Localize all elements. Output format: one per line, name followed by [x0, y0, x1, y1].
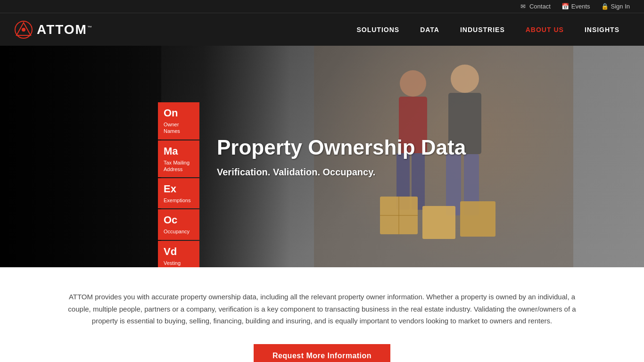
hero-content: Property Ownership Data Verification. Va… — [217, 136, 466, 178]
hero-subtitle: Verification. Validation. Occupancy. — [217, 167, 466, 178]
logo[interactable]: ATTOM™ — [14, 20, 93, 39]
lock-icon: 🔒 — [602, 3, 608, 10]
contact-link[interactable]: ✉ Contact — [520, 3, 551, 10]
nav-insights[interactable]: INSIGHTS — [574, 13, 630, 46]
contact-label: Contact — [529, 3, 551, 10]
card-abbr-ex: Ex — [164, 183, 194, 195]
body-section: ATTOM provides you with accurate propert… — [0, 267, 644, 362]
events-label: Events — [571, 3, 590, 10]
nav-about-us[interactable]: ABOUT US — [515, 13, 574, 46]
svg-rect-13 — [422, 206, 455, 239]
nav-links: SOLUTIONS DATA INDUSTRIES ABOUT US INSIG… — [346, 13, 630, 46]
card-abbr-on: On — [164, 107, 194, 119]
logo-text: ATTOM™ — [37, 22, 93, 37]
card-label-oc: Occupancy — [164, 228, 194, 235]
nav-data[interactable]: DATA — [410, 13, 450, 46]
signin-label: Sign In — [611, 3, 630, 10]
card-abbr-oc: Oc — [164, 214, 194, 226]
hero-section: On Owner Names Ma Tax Mailing Address Ex… — [0, 46, 644, 267]
svg-point-8 — [451, 65, 479, 93]
svg-point-4 — [400, 70, 426, 97]
logo-icon — [14, 20, 33, 39]
card-label-vd: Vesting Details — [164, 260, 194, 267]
body-paragraph: ATTOM provides you with accurate propert… — [63, 291, 581, 327]
signin-link[interactable]: 🔒 Sign In — [602, 3, 630, 10]
sidebar-card-owner-names[interactable]: On Owner Names — [158, 102, 199, 140]
top-bar: ✉ Contact 📅 Events 🔒 Sign In — [0, 0, 644, 13]
sidebar-card-tax-mailing[interactable]: Ma Tax Mailing Address — [158, 140, 199, 178]
card-label-on: Owner Names — [164, 121, 194, 135]
card-label-ma: Tax Mailing Address — [164, 159, 194, 173]
svg-point-2 — [22, 28, 25, 32]
card-abbr-vd: Vd — [164, 246, 194, 258]
card-label-ex: Exemptions — [164, 197, 194, 204]
sidebar-card-vesting[interactable]: Vd Vesting Details — [158, 241, 199, 267]
sidebar-cards: On Owner Names Ma Tax Mailing Address Ex… — [158, 102, 199, 267]
nav-solutions[interactable]: SOLUTIONS — [346, 13, 410, 46]
card-abbr-ma: Ma — [164, 145, 194, 157]
calendar-icon: 📅 — [562, 3, 569, 10]
svg-rect-14 — [460, 201, 495, 237]
sidebar-card-occupancy[interactable]: Oc Occupancy — [158, 209, 199, 239]
cta-button[interactable]: Request More Information — [254, 344, 390, 362]
hero-title: Property Ownership Data — [217, 136, 466, 159]
nav-industries[interactable]: INDUSTRIES — [450, 13, 515, 46]
events-link[interactable]: 📅 Events — [562, 3, 590, 10]
main-nav: ATTOM™ SOLUTIONS DATA INDUSTRIES ABOUT U… — [0, 13, 644, 46]
sidebar-card-exemptions[interactable]: Ex Exemptions — [158, 178, 199, 208]
email-icon: ✉ — [520, 3, 527, 10]
